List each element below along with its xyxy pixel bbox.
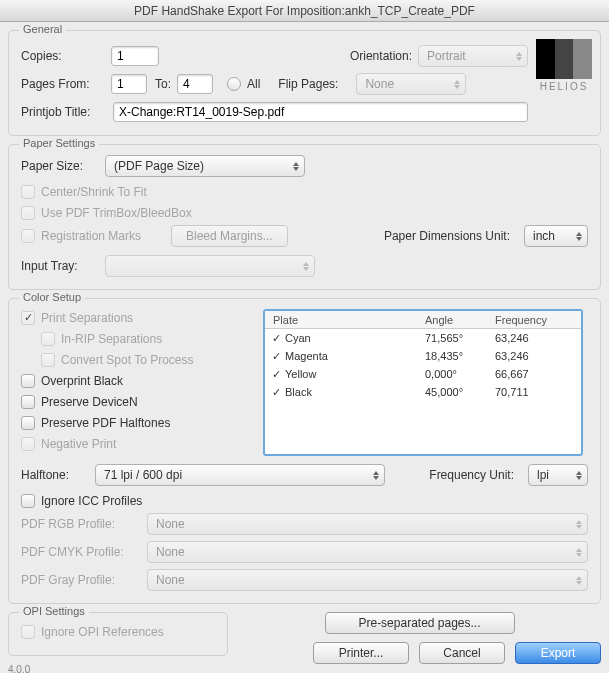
regmarks-checkbox	[21, 229, 35, 243]
window-title: PDF HandShake Export For Imposition:ankh…	[0, 0, 609, 22]
printsep-label: Print Separations	[41, 311, 133, 325]
tray-label: Input Tray:	[21, 259, 99, 273]
rgb-label: PDF RGB Profile:	[21, 517, 141, 531]
printsep-checkbox	[21, 311, 35, 325]
ignoreicc-checkbox[interactable]	[21, 494, 35, 508]
rgb-select: None	[147, 513, 588, 535]
color-group: Color Setup Print Separations In-RIP Sep…	[8, 298, 601, 604]
halftone-checkbox[interactable]	[21, 416, 35, 430]
flip-select: None	[356, 73, 466, 95]
paperunit-select[interactable]: inch	[524, 225, 588, 247]
paper-legend: Paper Settings	[19, 137, 99, 149]
frequnit-select[interactable]: lpi	[528, 464, 588, 486]
flip-label: Flip Pages:	[278, 77, 338, 91]
tray-select	[105, 255, 315, 277]
ignoreopi-checkbox	[21, 625, 35, 639]
table-row: ✓Cyan71,565°63,246	[265, 329, 581, 347]
presep-button[interactable]: Pre-separated pages...	[325, 612, 515, 634]
regmarks-label: Registration Marks	[41, 229, 171, 243]
inrip-checkbox	[41, 332, 55, 346]
center-label: Center/Shrink To Fit	[41, 185, 147, 199]
negative-label: Negative Print	[41, 437, 116, 451]
to-label: To:	[155, 77, 171, 91]
overprint-label: Overprint Black	[41, 374, 123, 388]
all-radio[interactable]	[227, 77, 241, 91]
plate-header: Plate Angle Frequency	[265, 311, 581, 329]
general-legend: General	[19, 23, 66, 35]
frequnit-label: Frequency Unit:	[429, 468, 514, 482]
negative-checkbox	[21, 437, 35, 451]
cancel-button[interactable]: Cancel	[419, 642, 505, 664]
center-checkbox	[21, 185, 35, 199]
halftone-label: Halftone:	[21, 468, 89, 482]
opi-legend: OPI Settings	[19, 605, 89, 617]
copies-label: Copies:	[21, 49, 105, 63]
trimbox-label: Use PDF TrimBox/BleedBox	[41, 206, 192, 220]
table-row: ✓Black45,000°70,711	[265, 383, 581, 401]
paper-group: Paper Settings Paper Size: (PDF Page Siz…	[8, 144, 601, 290]
printer-button[interactable]: Printer...	[313, 642, 409, 664]
paperunit-label: Paper Dimensions Unit:	[384, 229, 510, 243]
inrip-label: In-RIP Separations	[61, 332, 162, 346]
table-row: ✓Magenta18,435°63,246	[265, 347, 581, 365]
copies-input[interactable]	[111, 46, 159, 66]
opi-group: OPI Settings Ignore OPI References	[8, 612, 228, 656]
from-input[interactable]	[111, 74, 147, 94]
printjob-label: Printjob Title:	[21, 105, 107, 119]
printjob-input[interactable]	[113, 102, 528, 122]
convertspot-checkbox	[41, 353, 55, 367]
orientation-label: Orientation:	[350, 49, 412, 63]
papersize-label: Paper Size:	[21, 159, 99, 173]
ignoreopi-label: Ignore OPI References	[41, 625, 164, 639]
export-button[interactable]: Export	[515, 642, 601, 664]
color-legend: Color Setup	[19, 291, 85, 303]
brand-logo: HELIOS	[536, 39, 592, 92]
devicen-label: Preserve DeviceN	[41, 395, 138, 409]
gray-select: None	[147, 569, 588, 591]
trimbox-checkbox	[21, 206, 35, 220]
version-text: 4.0.0	[8, 664, 601, 673]
ignoreicc-label: Ignore ICC Profiles	[41, 494, 142, 508]
cmyk-select: None	[147, 541, 588, 563]
halftone-select[interactable]: 71 lpi / 600 dpi	[95, 464, 385, 486]
cmyk-label: PDF CMYK Profile:	[21, 545, 141, 559]
plate-table[interactable]: Plate Angle Frequency ✓Cyan71,565°63,246…	[263, 309, 583, 456]
table-row: ✓Yellow0,000°66,667	[265, 365, 581, 383]
orientation-select: Portrait	[418, 45, 528, 67]
gray-label: PDF Gray Profile:	[21, 573, 141, 587]
devicen-checkbox[interactable]	[21, 395, 35, 409]
halftone-cb-label: Preserve PDF Halftones	[41, 416, 170, 430]
pages-from-label: Pages From:	[21, 77, 105, 91]
general-group: General HELIOS Copies: Orientation: Port…	[8, 30, 601, 136]
to-input[interactable]	[177, 74, 213, 94]
overprint-checkbox[interactable]	[21, 374, 35, 388]
papersize-select[interactable]: (PDF Page Size)	[105, 155, 305, 177]
convertspot-label: Convert Spot To Process	[61, 353, 194, 367]
bleed-button: Bleed Margins...	[171, 225, 288, 247]
all-label: All	[247, 77, 260, 91]
